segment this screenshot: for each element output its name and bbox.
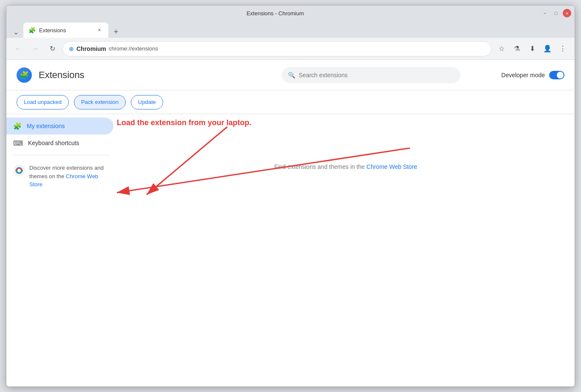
toggle-thumb (557, 72, 564, 78)
empty-state: Find extensions and themes in the Chrome… (127, 124, 564, 209)
sidebar-item-keyboard-shortcuts[interactable]: ⌨ Keyboard shortcuts (6, 134, 113, 151)
window-title: Extensions - Chromium (10, 10, 541, 17)
empty-state-text: Find extensions and themes in the Chrome… (274, 163, 417, 170)
tab-close-button[interactable]: × (96, 26, 103, 34)
profile-button[interactable]: 👤 (541, 42, 554, 56)
sidebar-divider (13, 155, 110, 155)
site-name: Chromium (76, 45, 106, 52)
svg-point-2 (17, 169, 21, 172)
download-button[interactable]: ⬇ (525, 42, 539, 56)
developer-mode-section: Developer mode (501, 71, 564, 79)
search-input[interactable] (299, 72, 454, 78)
tab-label: Extensions (39, 27, 92, 34)
extensions-logo: 🧩 (17, 67, 32, 83)
extensions-logo-icon: 🧩 (20, 70, 29, 80)
sidebar-item-my-extensions[interactable]: 🧩 My extensions (6, 118, 113, 134)
my-extensions-label: My extensions (27, 123, 65, 129)
new-tab-button[interactable]: + (110, 26, 122, 38)
title-bar: Extensions - Chromium − □ × (6, 6, 575, 21)
url-bar[interactable]: ⊕ Chromium chrome://extensions (62, 41, 491, 56)
search-icon: 🔍 (288, 72, 295, 78)
minimize-button[interactable]: − (541, 9, 549, 17)
reload-button[interactable]: ↻ (45, 42, 59, 56)
page-content: 🧩 Extensions 🔍 Developer mode Load unpac… (6, 60, 575, 386)
main-layout: 🧩 My extensions ⌨ Keyboard shortcuts (6, 114, 575, 386)
main-area: Load the extension from your laptop. Fin… (117, 114, 575, 386)
tab-icon: 🧩 (28, 27, 36, 34)
back-button[interactable]: ← (11, 42, 25, 56)
flask-button[interactable]: ⚗ (510, 42, 524, 56)
address-bar: ← → ↻ ⊕ Chromium chrome://extensions ☆ ⚗… (6, 38, 575, 60)
forward-button[interactable]: → (28, 42, 42, 56)
update-button[interactable]: Update (131, 95, 163, 109)
page-title: Extensions (39, 70, 85, 81)
my-extensions-icon: 🧩 (13, 122, 22, 130)
action-bar: Load unpacked Pack extension Update (6, 90, 575, 114)
sidebar-discover: Discover more extensions and themes on t… (6, 159, 117, 194)
load-unpacked-button[interactable]: Load unpacked (17, 95, 69, 109)
window-controls: − □ × (541, 9, 571, 17)
discover-text: Discover more extensions and themes on t… (29, 164, 110, 189)
site-security-icon: ⊕ (69, 45, 74, 52)
pack-extension-button[interactable]: Pack extension (74, 95, 126, 109)
chrome-webstore-link[interactable]: Chrome Web Store (367, 163, 417, 170)
bookmark-star-button[interactable]: ☆ (495, 42, 508, 56)
search-bar[interactable]: 🔍 (282, 67, 460, 83)
keyboard-shortcuts-label: Keyboard shortcuts (28, 140, 79, 146)
keyboard-shortcuts-icon: ⌨ (13, 139, 23, 147)
maximize-button[interactable]: □ (552, 9, 560, 17)
extensions-tab[interactable]: 🧩 Extensions × (23, 22, 108, 38)
close-button[interactable]: × (563, 9, 571, 17)
url-text: chrome://extensions (109, 45, 158, 52)
sidebar: 🧩 My extensions ⌨ Keyboard shortcuts (6, 114, 117, 386)
menu-button[interactable]: ⋮ (556, 42, 570, 56)
developer-mode-toggle[interactable] (549, 71, 564, 79)
tab-group-button[interactable]: ⌄ (10, 26, 22, 38)
extensions-header: 🧩 Extensions 🔍 Developer mode (6, 60, 575, 90)
developer-mode-label: Developer mode (501, 72, 545, 78)
chrome-webstore-icon (13, 165, 25, 176)
annotation-text: Load the extension from your laptop. (117, 118, 251, 127)
toolbar-icons: ☆ ⚗ ⬇ 👤 ⋮ (495, 42, 570, 56)
tab-bar: ⌄ 🧩 Extensions × + (6, 21, 575, 38)
